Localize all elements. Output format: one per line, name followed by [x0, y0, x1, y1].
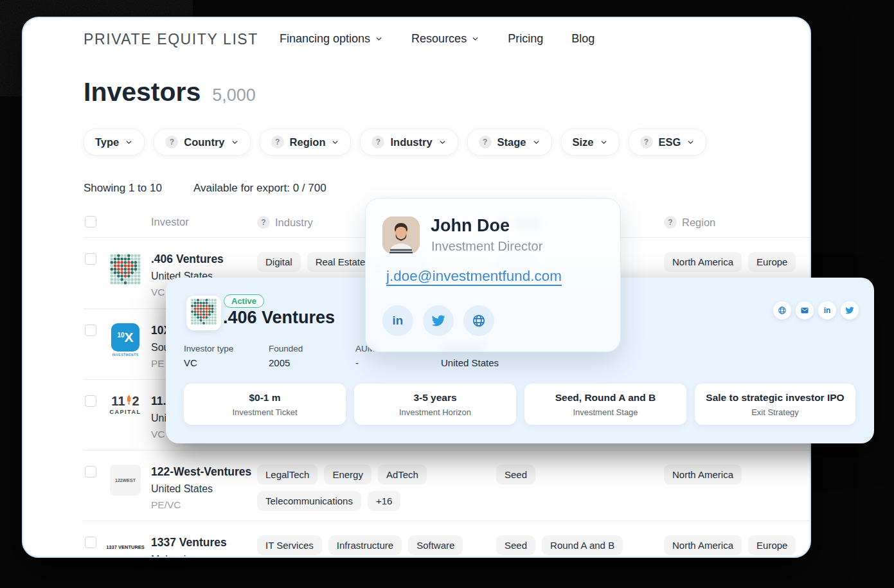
investor-country: Malaysia: [151, 554, 227, 558]
contact-email-link[interactable]: j.doe@investmentfund.com: [386, 268, 562, 285]
nav-item-pricing[interactable]: Pricing: [508, 32, 543, 46]
industry-tag: Telecommunications: [257, 491, 361, 511]
investor-type: PE/VC: [151, 499, 251, 511]
row-checkbox[interactable]: [85, 395, 96, 407]
filter-esg[interactable]: ?ESG: [629, 129, 707, 156]
investor-card-social-icons: in: [773, 301, 859, 319]
globe-button[interactable]: [463, 305, 494, 336]
help-icon: ?: [371, 136, 384, 148]
stat-box: 3-5 yearsInvestment Horizon: [354, 384, 516, 425]
stat-label: Exit Strategy: [751, 407, 799, 417]
globe-button[interactable]: [773, 301, 791, 319]
nav-item-label: Blog: [571, 32, 595, 46]
linkedin-button[interactable]: in: [818, 301, 836, 319]
chevron-down-icon: [600, 138, 608, 147]
investor-name-cell: 1337 VenturesMalaysia: [151, 536, 227, 558]
linkedin-button[interactable]: in: [382, 305, 413, 336]
industry-tag: AdTech: [378, 465, 427, 485]
help-icon: ?: [165, 136, 178, 148]
investor-count: 5,000: [212, 85, 256, 105]
nav-item-resources[interactable]: Resources: [411, 32, 479, 46]
stage-tag: Seed: [496, 535, 535, 555]
region-tag: North America: [664, 535, 742, 555]
stat-label: Investment Ticket: [232, 407, 297, 417]
chevron-down-icon: [686, 138, 695, 147]
filter-type[interactable]: Type: [84, 129, 145, 156]
investor-logo: 1337 VENTURES: [107, 535, 143, 550]
chevron-down-icon: [471, 35, 479, 43]
filter-label: Industry: [390, 136, 432, 148]
brand-logo[interactable]: PRIVATE EQUITY LIST: [84, 31, 258, 48]
stat-value: $0-1 m: [249, 392, 280, 404]
globe-icon: [778, 306, 787, 315]
filter-industry[interactable]: ?Industry: [360, 129, 458, 156]
investor-logo: 122WEST: [107, 465, 143, 495]
region-tag: North America: [664, 465, 742, 485]
tenx-logo: 10X: [111, 323, 139, 352]
showing-label: Showing 1 to 10: [84, 182, 162, 195]
region-tags: North AmericaEurope: [664, 535, 796, 555]
table-row[interactable]: 1337 VENTURES1337 VenturesMalaysiaIT Ser…: [84, 521, 811, 558]
investor-logo: 10XINVESTMENTS: [107, 323, 143, 357]
filter-region[interactable]: ?Region: [260, 129, 352, 156]
mail-button[interactable]: [796, 301, 814, 319]
table-row[interactable]: 122WEST122-West-VenturesUnited StatesPE/…: [84, 450, 811, 521]
stat-value: Sale to strategic investor IPO: [706, 392, 844, 404]
row-checkbox[interactable]: [85, 253, 96, 265]
stat-value: Seed, Round A and B: [555, 392, 656, 404]
stage-tags: Seed: [496, 465, 535, 485]
linkedin-icon: in: [824, 306, 831, 315]
chevron-down-icon: [532, 138, 541, 147]
chevron-down-icon: [231, 138, 239, 147]
twitter-icon: [845, 306, 854, 315]
row-checkbox[interactable]: [85, 325, 96, 336]
stage-tag: Seed: [496, 465, 535, 485]
chevron-down-icon: [375, 35, 383, 43]
region-tags: North AmericaEurope: [664, 252, 796, 272]
region-tags: North America: [664, 465, 742, 485]
select-all-checkbox[interactable]: [85, 216, 96, 227]
field-value: -: [355, 357, 359, 368]
help-icon: ?: [640, 136, 653, 148]
stat-box: Seed, Round A and BInvestment Stage: [524, 384, 686, 425]
export-label: Available for export: 0 / 700: [193, 182, 326, 195]
stat-label: Investment Stage: [573, 407, 638, 417]
filter-country[interactable]: ?Country: [154, 129, 250, 156]
nav-item-label: Resources: [411, 32, 467, 46]
twitter-button[interactable]: [423, 305, 454, 336]
filter-stage[interactable]: ?Stage: [467, 129, 552, 156]
industry-tag: IT Services: [257, 535, 322, 555]
stat-box: $0-1 mInvestment Ticket: [184, 384, 346, 425]
industry-tag: Real Estate: [307, 252, 374, 272]
twitter-button[interactable]: [841, 301, 859, 319]
row-checkbox[interactable]: [85, 466, 96, 477]
industry-tags: LegalTechEnergyAdTechTelecommunications+…: [257, 465, 472, 511]
nav-item-blog[interactable]: Blog: [571, 32, 595, 46]
field-value: United States: [441, 357, 499, 368]
cap112-logo: 112CAPITAL: [110, 394, 141, 415]
contact-popup: John Doe Investment Director j.doe@inves…: [365, 198, 621, 352]
dot-matrix-logo: [108, 252, 143, 289]
region-tag: North America: [664, 252, 742, 272]
page-title: Investors: [84, 77, 201, 107]
row-checkbox[interactable]: [85, 537, 96, 548]
contact-social-icons: in: [382, 305, 494, 336]
avatar-illustration: [382, 217, 420, 254]
investor-card-stats: $0-1 mInvestment Ticket3-5 yearsInvestme…: [184, 384, 855, 425]
rocket-icon: [125, 394, 132, 409]
twitter-icon: [431, 314, 445, 328]
filter-bar: Type?Country?Region?Industry?StageSize?E…: [84, 129, 706, 156]
tenx-logo-subtext: INVESTMENTS: [112, 353, 138, 357]
nav-item-financing-options[interactable]: Financing options: [280, 32, 383, 46]
investor-name: 1337 Ventures: [151, 536, 227, 549]
investor-logo: [107, 252, 143, 289]
help-icon: ?: [257, 216, 270, 229]
industry-tag: LegalTech: [257, 465, 317, 485]
filter-label: ESG: [659, 136, 681, 148]
industry-tag: Infrastructure: [328, 535, 402, 555]
column-header-industry: ?Industry: [257, 216, 313, 229]
investor-country: United States: [151, 483, 251, 495]
column-header-label: Industry: [275, 217, 313, 229]
filter-size[interactable]: Size: [561, 129, 620, 156]
filter-label: Type: [95, 136, 119, 148]
